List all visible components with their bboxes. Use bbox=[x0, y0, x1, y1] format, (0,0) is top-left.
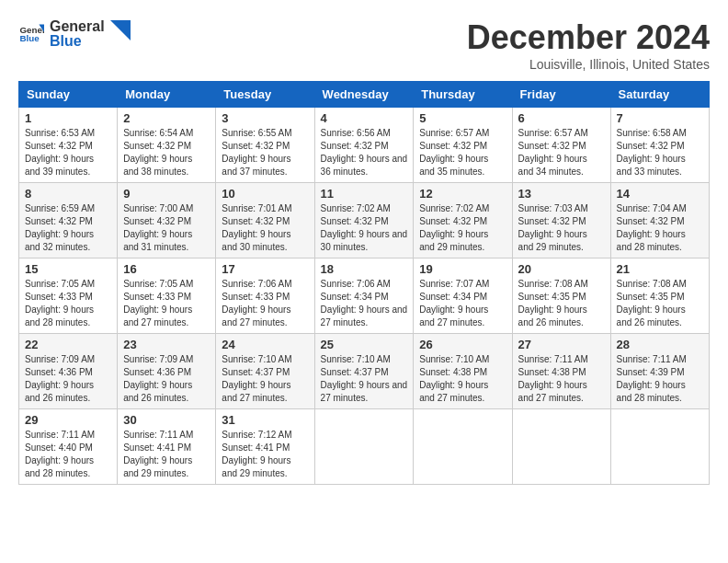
day-info: Sunrise: 7:04 AMSunset: 4:32 PMDaylight:… bbox=[617, 202, 703, 254]
logo: General Blue General Blue bbox=[18, 18, 131, 49]
day-info: Sunrise: 7:02 AMSunset: 4:32 PMDaylight:… bbox=[321, 202, 408, 254]
day-info: Sunrise: 6:53 AMSunset: 4:32 PMDaylight:… bbox=[25, 127, 111, 178]
calendar-cell: 4 Sunrise: 6:56 AMSunset: 4:32 PMDayligh… bbox=[314, 108, 414, 183]
calendar-cell: 26 Sunrise: 7:10 AMSunset: 4:38 PMDaylig… bbox=[414, 334, 512, 409]
calendar-cell: 8 Sunrise: 6:59 AMSunset: 4:32 PMDayligh… bbox=[19, 183, 118, 259]
calendar-cell: 27 Sunrise: 7:11 AMSunset: 4:38 PMDaylig… bbox=[512, 334, 610, 409]
calendar-cell: 14 Sunrise: 7:04 AMSunset: 4:32 PMDaylig… bbox=[610, 183, 709, 259]
day-info: Sunrise: 7:12 AMSunset: 4:41 PMDaylight:… bbox=[222, 429, 308, 480]
day-info: Sunrise: 7:05 AMSunset: 4:33 PMDaylight:… bbox=[123, 278, 210, 329]
column-header-wednesday: Wednesday bbox=[314, 82, 414, 108]
day-info: Sunrise: 7:05 AMSunset: 4:33 PMDaylight:… bbox=[25, 278, 111, 329]
calendar-cell: 15 Sunrise: 7:05 AMSunset: 4:33 PMDaylig… bbox=[19, 259, 118, 334]
day-number: 9 bbox=[123, 187, 210, 201]
day-number: 17 bbox=[222, 262, 308, 276]
column-header-thursday: Thursday bbox=[414, 82, 512, 108]
day-info: Sunrise: 7:11 AMSunset: 4:39 PMDaylight:… bbox=[617, 353, 703, 405]
calendar-cell: 29 Sunrise: 7:11 AMSunset: 4:40 PMDaylig… bbox=[19, 409, 118, 485]
day-info: Sunrise: 7:11 AMSunset: 4:41 PMDaylight:… bbox=[123, 429, 210, 480]
calendar-cell bbox=[414, 409, 512, 485]
title-area: December 2024 Louisville, Illinois, Unit… bbox=[467, 18, 710, 72]
day-number: 22 bbox=[25, 338, 111, 351]
day-number: 18 bbox=[321, 262, 408, 276]
calendar-table: SundayMondayTuesdayWednesdayThursdayFrid… bbox=[18, 81, 710, 485]
day-number: 5 bbox=[419, 111, 506, 125]
day-number: 8 bbox=[25, 187, 111, 201]
svg-text:Blue: Blue bbox=[19, 33, 40, 43]
day-number: 24 bbox=[222, 338, 308, 351]
calendar-cell: 3 Sunrise: 6:55 AMSunset: 4:32 PMDayligh… bbox=[216, 108, 314, 183]
day-info: Sunrise: 7:08 AMSunset: 4:35 PMDaylight:… bbox=[518, 278, 605, 329]
day-number: 30 bbox=[123, 413, 210, 427]
calendar-cell: 1 Sunrise: 6:53 AMSunset: 4:32 PMDayligh… bbox=[19, 108, 118, 183]
calendar-cell: 2 Sunrise: 6:54 AMSunset: 4:32 PMDayligh… bbox=[118, 108, 216, 183]
day-number: 27 bbox=[518, 338, 605, 351]
page-header: General Blue General Blue December 2024 … bbox=[18, 18, 710, 72]
calendar-cell: 17 Sunrise: 7:06 AMSunset: 4:33 PMDaylig… bbox=[216, 259, 314, 334]
day-number: 26 bbox=[419, 338, 506, 351]
day-number: 10 bbox=[222, 187, 308, 201]
day-info: Sunrise: 7:10 AMSunset: 4:37 PMDaylight:… bbox=[321, 353, 408, 405]
day-info: Sunrise: 7:10 AMSunset: 4:37 PMDaylight:… bbox=[222, 353, 308, 405]
calendar-week-5: 29 Sunrise: 7:11 AMSunset: 4:40 PMDaylig… bbox=[19, 409, 710, 485]
day-info: Sunrise: 7:09 AMSunset: 4:36 PMDaylight:… bbox=[123, 353, 210, 405]
day-number: 16 bbox=[123, 262, 210, 276]
day-number: 13 bbox=[518, 187, 605, 201]
day-number: 25 bbox=[321, 338, 408, 351]
day-info: Sunrise: 6:59 AMSunset: 4:32 PMDaylight:… bbox=[25, 202, 111, 254]
calendar-cell: 28 Sunrise: 7:11 AMSunset: 4:39 PMDaylig… bbox=[610, 334, 709, 409]
day-number: 29 bbox=[25, 413, 111, 427]
day-info: Sunrise: 7:08 AMSunset: 4:35 PMDaylight:… bbox=[617, 278, 703, 329]
day-info: Sunrise: 7:01 AMSunset: 4:32 PMDaylight:… bbox=[222, 202, 308, 254]
day-info: Sunrise: 7:11 AMSunset: 4:40 PMDaylight:… bbox=[25, 429, 111, 480]
calendar-cell: 6 Sunrise: 6:57 AMSunset: 4:32 PMDayligh… bbox=[512, 108, 610, 183]
column-header-saturday: Saturday bbox=[610, 82, 709, 108]
calendar-cell: 9 Sunrise: 7:00 AMSunset: 4:32 PMDayligh… bbox=[118, 183, 216, 259]
day-number: 21 bbox=[617, 262, 703, 276]
calendar-cell: 5 Sunrise: 6:57 AMSunset: 4:32 PMDayligh… bbox=[414, 108, 512, 183]
calendar-cell: 31 Sunrise: 7:12 AMSunset: 4:41 PMDaylig… bbox=[216, 409, 314, 485]
day-number: 14 bbox=[617, 187, 703, 201]
day-info: Sunrise: 7:02 AMSunset: 4:32 PMDaylight:… bbox=[419, 202, 506, 254]
day-number: 3 bbox=[222, 111, 308, 125]
calendar-week-1: 1 Sunrise: 6:53 AMSunset: 4:32 PMDayligh… bbox=[19, 108, 710, 183]
calendar-week-3: 15 Sunrise: 7:05 AMSunset: 4:33 PMDaylig… bbox=[19, 259, 710, 334]
logo-arrow-icon bbox=[110, 20, 131, 40]
day-number: 6 bbox=[518, 111, 605, 125]
calendar-week-4: 22 Sunrise: 7:09 AMSunset: 4:36 PMDaylig… bbox=[19, 334, 710, 409]
day-number: 12 bbox=[419, 187, 506, 201]
calendar-header-row: SundayMondayTuesdayWednesdayThursdayFrid… bbox=[19, 82, 710, 108]
column-header-friday: Friday bbox=[512, 82, 610, 108]
day-info: Sunrise: 7:03 AMSunset: 4:32 PMDaylight:… bbox=[518, 202, 605, 254]
day-info: Sunrise: 7:09 AMSunset: 4:36 PMDaylight:… bbox=[25, 353, 111, 405]
calendar-cell bbox=[512, 409, 610, 485]
calendar-cell: 10 Sunrise: 7:01 AMSunset: 4:32 PMDaylig… bbox=[216, 183, 314, 259]
day-info: Sunrise: 7:06 AMSunset: 4:33 PMDaylight:… bbox=[222, 278, 308, 329]
column-header-sunday: Sunday bbox=[19, 82, 118, 108]
day-info: Sunrise: 6:56 AMSunset: 4:32 PMDaylight:… bbox=[321, 127, 408, 178]
calendar-cell: 7 Sunrise: 6:58 AMSunset: 4:32 PMDayligh… bbox=[610, 108, 709, 183]
day-info: Sunrise: 7:06 AMSunset: 4:34 PMDaylight:… bbox=[321, 278, 408, 329]
calendar-cell: 12 Sunrise: 7:02 AMSunset: 4:32 PMDaylig… bbox=[414, 183, 512, 259]
day-number: 19 bbox=[419, 262, 506, 276]
logo-icon: General Blue bbox=[18, 21, 44, 47]
calendar-cell: 11 Sunrise: 7:02 AMSunset: 4:32 PMDaylig… bbox=[314, 183, 414, 259]
logo-general-text: General bbox=[50, 18, 105, 35]
month-title: December 2024 bbox=[467, 18, 710, 57]
calendar-cell: 24 Sunrise: 7:10 AMSunset: 4:37 PMDaylig… bbox=[216, 334, 314, 409]
svg-marker-3 bbox=[110, 20, 131, 40]
calendar-cell: 20 Sunrise: 7:08 AMSunset: 4:35 PMDaylig… bbox=[512, 259, 610, 334]
calendar-cell bbox=[610, 409, 709, 485]
day-info: Sunrise: 6:57 AMSunset: 4:32 PMDaylight:… bbox=[518, 127, 605, 178]
calendar-cell: 13 Sunrise: 7:03 AMSunset: 4:32 PMDaylig… bbox=[512, 183, 610, 259]
calendar-cell: 25 Sunrise: 7:10 AMSunset: 4:37 PMDaylig… bbox=[314, 334, 414, 409]
calendar-cell: 30 Sunrise: 7:11 AMSunset: 4:41 PMDaylig… bbox=[118, 409, 216, 485]
calendar-cell: 18 Sunrise: 7:06 AMSunset: 4:34 PMDaylig… bbox=[314, 259, 414, 334]
day-info: Sunrise: 6:54 AMSunset: 4:32 PMDaylight:… bbox=[123, 127, 210, 178]
day-number: 4 bbox=[321, 111, 408, 125]
column-header-tuesday: Tuesday bbox=[216, 82, 314, 108]
calendar-cell: 19 Sunrise: 7:07 AMSunset: 4:34 PMDaylig… bbox=[414, 259, 512, 334]
day-info: Sunrise: 7:11 AMSunset: 4:38 PMDaylight:… bbox=[518, 353, 605, 405]
day-info: Sunrise: 7:07 AMSunset: 4:34 PMDaylight:… bbox=[419, 278, 506, 329]
calendar-cell: 22 Sunrise: 7:09 AMSunset: 4:36 PMDaylig… bbox=[19, 334, 118, 409]
